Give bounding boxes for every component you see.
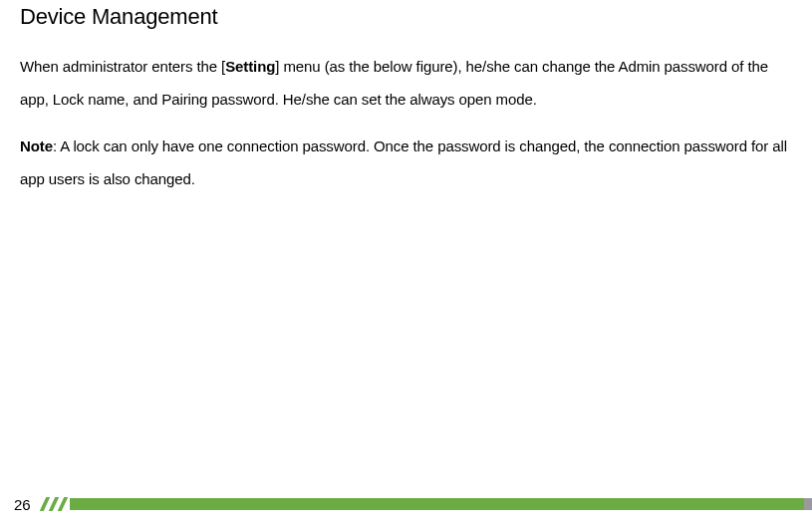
text-bold-setting: Setting: [225, 58, 275, 75]
text-segment: : A lock can only have one connection pa…: [20, 137, 787, 187]
text-segment: When administrator enters the [: [20, 58, 225, 75]
page-number: 26: [0, 496, 41, 513]
section-heading: Device Management: [20, 4, 792, 30]
footer-bar: [41, 497, 812, 511]
footer-green-bar: [70, 498, 812, 510]
document-content: Device Management When administrator ent…: [0, 0, 812, 195]
text-bold-note: Note: [20, 137, 53, 154]
slash-decor: [59, 497, 68, 511]
paragraph-intro: When administrator enters the [Setting] …: [20, 50, 792, 116]
footer-slashes: [41, 497, 68, 511]
footer-gray-edge: [804, 498, 812, 510]
paragraph-note: Note: A lock can only have one connectio…: [20, 130, 792, 195]
page-footer: 26: [0, 493, 812, 515]
